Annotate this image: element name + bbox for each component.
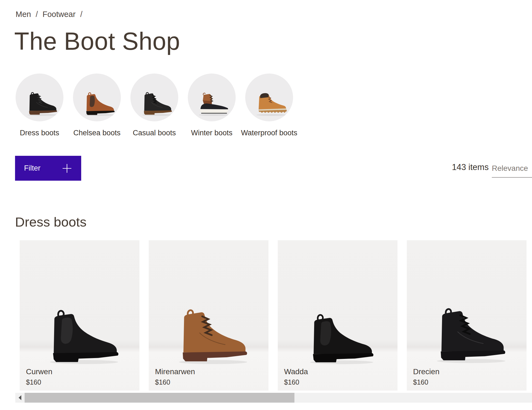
product-name: Wadda bbox=[284, 367, 308, 376]
product-price: $160 bbox=[155, 378, 195, 386]
category-waterproof-boots[interactable]: Waterproof boots bbox=[245, 74, 293, 137]
dress-boots-icon bbox=[22, 91, 57, 116]
category-circle bbox=[73, 74, 121, 121]
chelsea-boots-icon bbox=[79, 91, 115, 116]
product-info: Curwen $160 bbox=[26, 367, 52, 386]
product-info: Drecien $160 bbox=[413, 367, 439, 386]
breadcrumb-separator: / bbox=[36, 10, 38, 19]
breadcrumb-separator: / bbox=[80, 10, 82, 19]
category-winter-boots[interactable]: Winter boots bbox=[188, 74, 236, 137]
category-label: Waterproof boots bbox=[241, 129, 297, 137]
boot-shop-page: Men / Footwear / The Boot Shop Dress boo… bbox=[0, 0, 532, 410]
winter-boots-icon bbox=[194, 91, 230, 116]
breadcrumb-link-footwear[interactable]: Footwear bbox=[42, 10, 75, 19]
breadcrumb-link-men[interactable]: Men bbox=[16, 10, 31, 19]
filter-button[interactable]: Filter bbox=[15, 156, 81, 181]
product-card-drecien[interactable]: Drecien $160 bbox=[407, 240, 527, 391]
product-name: Curwen bbox=[26, 367, 52, 376]
category-label: Casual boots bbox=[133, 129, 176, 137]
category-circle bbox=[130, 74, 178, 121]
left-triangle-icon bbox=[19, 395, 21, 400]
chelsea-boot-photo bbox=[295, 312, 377, 365]
breadcrumb: Men / Footwear / bbox=[16, 10, 82, 19]
product-price: $160 bbox=[26, 378, 52, 386]
product-card-mirenarwen[interactable]: Mirenarwen $160 bbox=[149, 240, 268, 391]
product-card-wadda[interactable]: Wadda $160 bbox=[278, 240, 397, 391]
product-grid: Curwen $160 Mirenarwen $160 Wadda $160 D… bbox=[20, 240, 527, 391]
casual-boots-icon bbox=[137, 91, 172, 116]
category-label: Chelsea boots bbox=[73, 129, 121, 137]
product-info: Mirenarwen $160 bbox=[155, 367, 195, 386]
filter-button-label: Filter bbox=[24, 164, 40, 172]
category-circle bbox=[16, 74, 63, 121]
lace-boot-photo bbox=[166, 308, 248, 365]
category-casual-boots[interactable]: Casual boots bbox=[130, 74, 178, 137]
category-label: Winter boots bbox=[191, 129, 233, 137]
category-circle bbox=[245, 74, 293, 121]
sort-select[interactable]: Relevance bbox=[492, 164, 528, 173]
category-dress-boots[interactable]: Dress boots bbox=[16, 74, 63, 137]
items-count: 143 items bbox=[452, 162, 489, 172]
chelsea-boot-photo bbox=[37, 308, 119, 365]
category-list: Dress boots Chelsea boots Casual boots W… bbox=[16, 74, 293, 137]
scrollbar-thumb[interactable] bbox=[25, 393, 294, 403]
product-name: Mirenarwen bbox=[155, 367, 195, 376]
lace-boot-photo bbox=[424, 305, 506, 365]
category-circle bbox=[188, 74, 236, 121]
product-info: Wadda $160 bbox=[284, 367, 308, 386]
sort-underline bbox=[492, 177, 532, 178]
product-price: $160 bbox=[284, 378, 308, 386]
section-heading: Dress boots bbox=[15, 214, 86, 230]
category-label: Dress boots bbox=[20, 129, 59, 137]
horizontal-scrollbar[interactable] bbox=[15, 393, 532, 403]
product-card-curwen[interactable]: Curwen $160 bbox=[20, 240, 139, 391]
scroll-left-arrow[interactable] bbox=[15, 393, 25, 403]
product-price: $160 bbox=[413, 378, 439, 386]
waterproof-boots-icon bbox=[252, 91, 287, 116]
page-title: The Boot Shop bbox=[14, 27, 180, 55]
category-chelsea-boots[interactable]: Chelsea boots bbox=[73, 74, 121, 137]
plus-icon bbox=[62, 163, 72, 173]
product-name: Drecien bbox=[413, 367, 439, 376]
